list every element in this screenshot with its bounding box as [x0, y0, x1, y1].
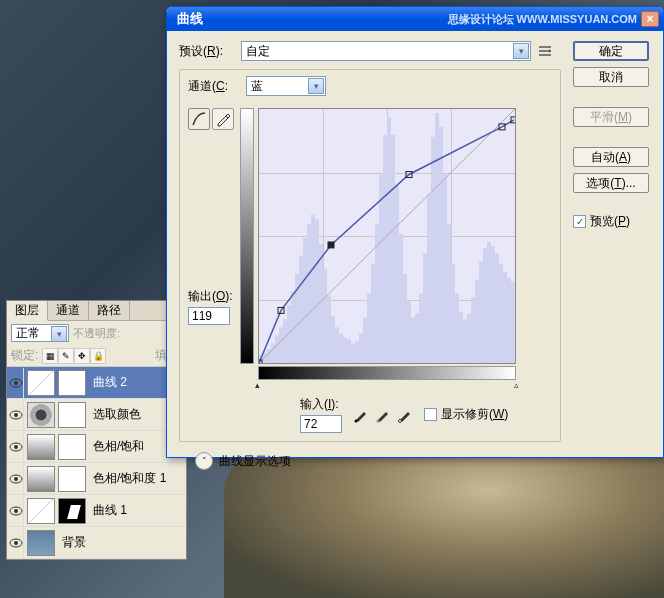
- channel-dropdown[interactable]: 蓝 ▾: [246, 76, 326, 96]
- tab-paths-label: 路径: [97, 302, 121, 319]
- smooth-button[interactable]: 平滑(M): [573, 107, 649, 127]
- channel-label: 通道(C:: [188, 78, 240, 95]
- preview-label: 预览(P): [590, 213, 630, 230]
- svg-point-19: [355, 419, 358, 422]
- input-input[interactable]: [300, 415, 342, 433]
- visibility-eye-icon[interactable]: [8, 368, 24, 398]
- output-label: 输出(O):: [188, 288, 234, 305]
- curve-group: 通道(C: 蓝 ▾: [179, 69, 561, 442]
- svg-point-21: [399, 419, 402, 422]
- layer-mask-thumbnail: [58, 402, 86, 428]
- lock-move-icon[interactable]: ✥: [74, 348, 90, 364]
- layer-name-label: 曲线 1: [93, 502, 185, 519]
- preset-value: 自定: [246, 43, 270, 60]
- layer-row[interactable]: 选取颜色: [7, 399, 186, 431]
- curve-tool-button[interactable]: [188, 108, 210, 130]
- visibility-eye-icon[interactable]: [8, 496, 24, 526]
- svg-point-20: [377, 419, 380, 422]
- chevron-down-icon: ▾: [513, 43, 529, 59]
- chevron-down-icon: ▾: [308, 78, 324, 94]
- layer-mask-thumbnail: [58, 370, 86, 396]
- layer-thumbnail: [27, 370, 55, 396]
- pencil-tool-button[interactable]: [212, 108, 234, 130]
- show-clipping-checkbox[interactable]: 显示修剪(W): [424, 406, 508, 423]
- output-input[interactable]: [188, 307, 230, 325]
- layer-list: 曲线 2选取颜色色相/饱和色相/饱和度 1曲线 1背景: [7, 367, 186, 559]
- preset-dropdown[interactable]: 自定 ▾: [241, 41, 531, 61]
- ok-button[interactable]: 确定: [573, 41, 649, 61]
- preset-menu-icon[interactable]: [537, 43, 553, 59]
- layer-row[interactable]: 背景: [7, 527, 186, 559]
- preset-label: 预设(R):: [179, 43, 235, 60]
- curves-dialog: 曲线 思缘设计论坛 WWW.MISSYUAN.COM × 预设(R): 自定 ▾…: [166, 6, 664, 458]
- layer-row[interactable]: 曲线 2: [7, 367, 186, 399]
- layers-panel: 图层 通道 路径 正常 ▾ 不透明度: 锁定: ▦ ✎ ✥ 🔒 填充: 曲线 2…: [6, 300, 187, 560]
- auto-button[interactable]: 自动(A): [573, 147, 649, 167]
- chevron-down-icon: ▾: [51, 326, 67, 342]
- tab-layers-label: 图层: [15, 302, 39, 319]
- output-gradient-strip: [240, 108, 254, 364]
- tab-paths[interactable]: 路径: [89, 301, 130, 320]
- cancel-button[interactable]: 取消: [573, 67, 649, 87]
- svg-point-1: [14, 381, 18, 385]
- layer-name-label: 背景: [62, 534, 185, 551]
- input-label: 输入(I):: [300, 396, 342, 413]
- layer-mask-thumbnail: [58, 466, 86, 492]
- layer-mask-thumbnail: [58, 498, 86, 524]
- opacity-label: 不透明度:: [73, 326, 120, 341]
- lock-transparency-icon[interactable]: ▦: [42, 348, 58, 364]
- input-gradient-strip: [258, 366, 516, 380]
- curve-graph[interactable]: [258, 108, 516, 364]
- layer-row[interactable]: 色相/饱和度 1: [7, 463, 186, 495]
- visibility-eye-icon[interactable]: [8, 528, 24, 558]
- lock-brush-icon[interactable]: ✎: [58, 348, 74, 364]
- watermark-text: 思缘设计论坛 WWW.MISSYUAN.COM: [448, 12, 637, 27]
- svg-point-11: [14, 541, 18, 545]
- eyedropper-white-icon[interactable]: [396, 406, 414, 424]
- layer-thumbnail: [27, 466, 55, 492]
- histogram: [259, 109, 515, 363]
- visibility-eye-icon[interactable]: [8, 400, 24, 430]
- layer-thumbnail: [27, 530, 55, 556]
- layer-thumbnail: [27, 402, 55, 428]
- slider-marks[interactable]: ▴ ▵: [258, 380, 516, 390]
- layer-thumbnail: [27, 434, 55, 460]
- panel-tabs: 图层 通道 路径: [7, 301, 186, 321]
- svg-point-7: [14, 477, 18, 481]
- disclosure-label: 曲线显示选项: [219, 453, 291, 470]
- blend-mode-dropdown[interactable]: 正常 ▾: [11, 324, 69, 342]
- visibility-eye-icon[interactable]: [8, 464, 24, 494]
- blend-mode-value: 正常: [16, 325, 40, 342]
- disclosure-button[interactable]: ˅: [195, 452, 213, 470]
- tab-channels[interactable]: 通道: [48, 301, 89, 320]
- visibility-eye-icon[interactable]: [8, 432, 24, 462]
- lock-all-icon[interactable]: 🔒: [90, 348, 106, 364]
- eyedropper-gray-icon[interactable]: [374, 406, 392, 424]
- preview-checkbox[interactable]: ✓ 预览(P): [573, 213, 651, 230]
- channel-value: 蓝: [251, 78, 263, 95]
- options-button[interactable]: 选项(T)...: [573, 173, 649, 193]
- svg-point-9: [14, 509, 18, 513]
- tab-channels-label: 通道: [56, 302, 80, 319]
- layer-thumbnail: [27, 498, 55, 524]
- layer-mask-thumbnail: [58, 434, 86, 460]
- dialog-title: 曲线: [171, 10, 448, 28]
- checkbox-checked-icon: ✓: [573, 215, 586, 228]
- layer-row[interactable]: 色相/饱和: [7, 431, 186, 463]
- lock-label: 锁定:: [11, 347, 38, 364]
- eyedropper-black-icon[interactable]: [352, 406, 370, 424]
- tab-layers[interactable]: 图层: [7, 301, 48, 321]
- titlebar[interactable]: 曲线 思缘设计论坛 WWW.MISSYUAN.COM ×: [167, 7, 663, 31]
- close-button[interactable]: ×: [641, 11, 659, 27]
- show-clipping-label: 显示修剪(W): [441, 406, 508, 423]
- checkbox-icon: [424, 408, 437, 421]
- layer-row[interactable]: 曲线 1: [7, 495, 186, 527]
- svg-point-3: [14, 413, 18, 417]
- svg-point-5: [14, 445, 18, 449]
